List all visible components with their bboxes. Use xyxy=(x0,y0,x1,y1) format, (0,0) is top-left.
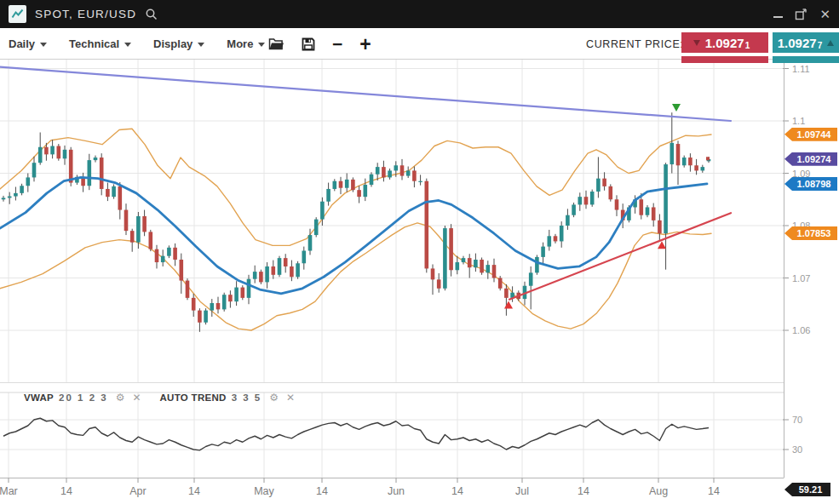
menu-daily[interactable]: Daily xyxy=(9,37,47,50)
open-folder-icon[interactable] xyxy=(268,37,284,50)
close-icon[interactable]: ✕ xyxy=(819,7,830,22)
indicator-autotrend-params: 3 3 5 xyxy=(232,392,262,403)
gear-icon[interactable]: ⚙ xyxy=(269,392,279,404)
svg-text:1.06: 1.06 xyxy=(792,325,810,335)
chevron-down-icon xyxy=(198,43,204,47)
current-price-label: CURRENT PRICE: xyxy=(586,38,683,50)
svg-text:14: 14 xyxy=(451,485,463,497)
svg-text:14: 14 xyxy=(60,485,72,497)
oscillator-value-badge: 59.21 xyxy=(784,483,830,496)
svg-text:May: May xyxy=(254,485,274,497)
chevron-down-icon xyxy=(124,43,131,47)
bid-price-badge: 1.09271 xyxy=(681,32,768,53)
axis-price-badge: 1.07853 xyxy=(784,226,837,240)
axis-price-badge: 1.09274 xyxy=(784,152,837,166)
svg-text:Jul: Jul xyxy=(515,485,529,497)
window-title: SPOT, EUR/USD xyxy=(35,8,136,20)
svg-text:70: 70 xyxy=(792,415,802,425)
menu-more[interactable]: More xyxy=(227,37,265,50)
ask-price-badge: 1.09277 xyxy=(773,32,839,53)
svg-text:14: 14 xyxy=(578,485,589,497)
indicator-vwap-params: 20 1 2 3 xyxy=(59,392,108,403)
chart-svg: 1.111.11.091.081.071.067030Mar14Apr14May… xyxy=(0,60,839,504)
chart-area[interactable]: 1.111.11.091.081.071.067030Mar14Apr14May… xyxy=(0,60,839,504)
svg-text:14: 14 xyxy=(316,485,328,497)
indicator-vwap-name: VWAP xyxy=(24,392,54,403)
zoom-out-icon[interactable]: − xyxy=(332,36,342,53)
arrow-up-icon xyxy=(827,40,834,46)
ask-badge-partial xyxy=(773,56,839,63)
axis-price-badge: 1.08798 xyxy=(784,177,837,191)
svg-text:14: 14 xyxy=(188,485,200,497)
app-logo-chart-icon xyxy=(9,5,26,23)
svg-text:30: 30 xyxy=(792,444,802,455)
gear-icon[interactable]: ⚙ xyxy=(116,392,125,404)
svg-text:1.07: 1.07 xyxy=(792,273,810,284)
save-icon[interactable] xyxy=(302,37,315,51)
bid-badge-partial xyxy=(681,56,768,63)
menu-technical[interactable]: Technical xyxy=(69,37,131,50)
svg-text:Jun: Jun xyxy=(388,485,405,497)
svg-text:14: 14 xyxy=(708,485,720,497)
arrow-down-icon xyxy=(693,40,700,46)
close-icon[interactable]: ✕ xyxy=(286,392,295,404)
chevron-down-icon xyxy=(258,43,265,47)
title-bar: SPOT, EUR/USD ✕ xyxy=(0,0,839,28)
svg-text:1.11: 1.11 xyxy=(792,64,810,74)
trading-app-window: SPOT, EUR/USD ✕ Daily Technical Display … xyxy=(0,0,839,504)
indicator-autotrend-name: AUTO TREND xyxy=(159,392,226,403)
search-icon[interactable] xyxy=(145,8,158,21)
svg-text:1.09: 1.09 xyxy=(792,169,810,179)
svg-text:Aug: Aug xyxy=(649,485,668,497)
indicator-legend: VWAP 20 1 2 3 ⚙ ✕ AUTO TREND 3 3 5 ⚙ ✕ xyxy=(24,392,295,404)
menu-display[interactable]: Display xyxy=(153,37,204,50)
popout-button[interactable] xyxy=(795,9,807,20)
svg-text:Mar: Mar xyxy=(0,485,18,497)
zoom-in-icon[interactable]: + xyxy=(359,36,371,53)
close-icon[interactable]: ✕ xyxy=(132,392,141,404)
chevron-down-icon xyxy=(40,43,47,47)
svg-text:1.1: 1.1 xyxy=(792,116,805,126)
axis-price-badge: 1.09744 xyxy=(784,128,837,141)
svg-text:Apr: Apr xyxy=(129,485,146,497)
toolbar: Daily Technical Display More − + CURRENT… xyxy=(0,28,839,60)
